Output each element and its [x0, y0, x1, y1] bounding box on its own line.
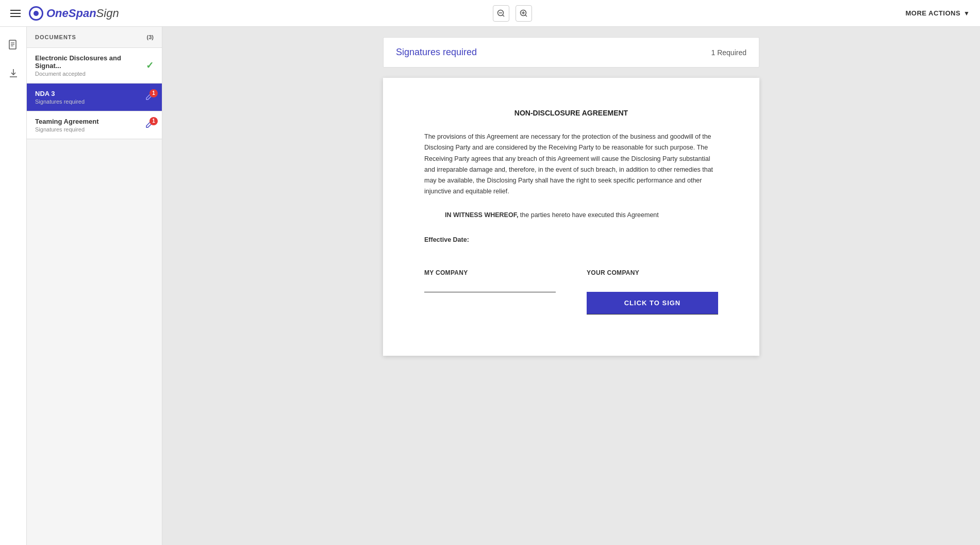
doc-item-info-nda3: NDA 3 Signatures required [35, 90, 145, 105]
hamburger-menu[interactable] [10, 10, 21, 17]
sidebar-icon-strip [0, 27, 27, 545]
doc-item-status-nda3: Signatures required [35, 98, 145, 105]
doc-item-info-teaming: Teaming Agreement Signatures required [35, 118, 145, 133]
witness-text: the parties hereto have executed this Ag… [518, 211, 658, 219]
document-viewer: Signatures required 1 Required NON-DISCL… [162, 27, 980, 545]
doc-item-right-nda3: 1 [145, 92, 154, 103]
document-body: The provisions of this Agreement are nec… [424, 131, 718, 197]
signature-col-left: MY COMPANY [424, 269, 556, 315]
document-page: NON-DISCLOSURE AGREEMENT The provisions … [383, 78, 759, 356]
chevron-down-icon: ▼ [964, 10, 970, 17]
svg-line-2 [503, 15, 504, 16]
documents-section-header: DOCUMENTS (3) [27, 27, 162, 48]
signatures-banner-count: 1 Required [711, 48, 747, 57]
doc-item-status-electronic: Document accepted [35, 71, 146, 77]
badge-teaming: 1 [150, 117, 158, 125]
doc-item-name-electronic: Electronic Disclosures and Signat... [35, 54, 146, 70]
company-right-label: YOUR COMPANY [587, 269, 718, 276]
signatures-banner-title: Signatures required [396, 47, 477, 58]
signature-col-right: YOUR COMPANY CLICK TO SIGN [587, 269, 718, 315]
logo-icon [29, 6, 43, 21]
signature-line-right [587, 314, 718, 315]
zoom-in-button[interactable] [516, 5, 532, 22]
documents-label: DOCUMENTS [35, 34, 76, 40]
document-effective: Effective Date: [424, 236, 718, 243]
zoom-out-button[interactable] [493, 5, 509, 22]
signature-line-left [424, 292, 556, 292]
edit-badge-nda3: 1 [145, 92, 154, 103]
document-title: NON-DISCLOSURE AGREEMENT [424, 109, 718, 117]
witness-prefix: IN WITNESS WHEREOF, [445, 211, 518, 219]
topbar: OneSpanSign MORE ACTIONS ▼ [0, 0, 980, 27]
doc-item-name-nda3: NDA 3 [35, 90, 145, 97]
company-left-label: MY COMPANY [424, 269, 556, 276]
doc-item-right-electronic: ✓ [146, 60, 154, 71]
svg-line-6 [525, 15, 527, 16]
doc-item-name-teaming: Teaming Agreement [35, 118, 145, 125]
topbar-left: OneSpanSign [10, 6, 119, 21]
doc-item-info-electronic: Electronic Disclosures and Signat... Doc… [35, 54, 146, 77]
documents-count: (3) [147, 34, 154, 40]
main-layout: DOCUMENTS (3) Electronic Disclosures and… [0, 27, 980, 545]
document-witness: IN WITNESS WHEREOF, the parties hereto h… [445, 210, 718, 221]
zoom-controls [493, 5, 532, 22]
edit-badge-teaming: 1 [145, 120, 154, 130]
doc-item-electronic[interactable]: Electronic Disclosures and Signat... Doc… [27, 48, 162, 84]
click-to-sign-button[interactable]: CLICK TO SIGN [587, 292, 718, 314]
document-icon[interactable] [4, 36, 23, 55]
doc-item-status-teaming: Signatures required [35, 126, 145, 133]
more-actions-label: MORE ACTIONS [905, 9, 960, 17]
logo: OneSpanSign [29, 6, 119, 21]
logo-text: OneSpanSign [46, 7, 119, 20]
signature-row: MY COMPANY YOUR COMPANY CLICK TO SIGN [424, 269, 718, 315]
signatures-banner: Signatures required 1 Required [383, 37, 759, 68]
more-actions-menu[interactable]: MORE ACTIONS ▼ [905, 9, 970, 17]
download-icon[interactable] [4, 64, 23, 82]
doc-item-right-teaming: 1 [145, 120, 154, 130]
check-icon: ✓ [146, 60, 154, 71]
badge-nda3: 1 [150, 89, 158, 97]
doc-item-teaming[interactable]: Teaming Agreement Signatures required 1 [27, 111, 162, 139]
doc-item-nda3[interactable]: NDA 3 Signatures required 1 [27, 84, 162, 111]
